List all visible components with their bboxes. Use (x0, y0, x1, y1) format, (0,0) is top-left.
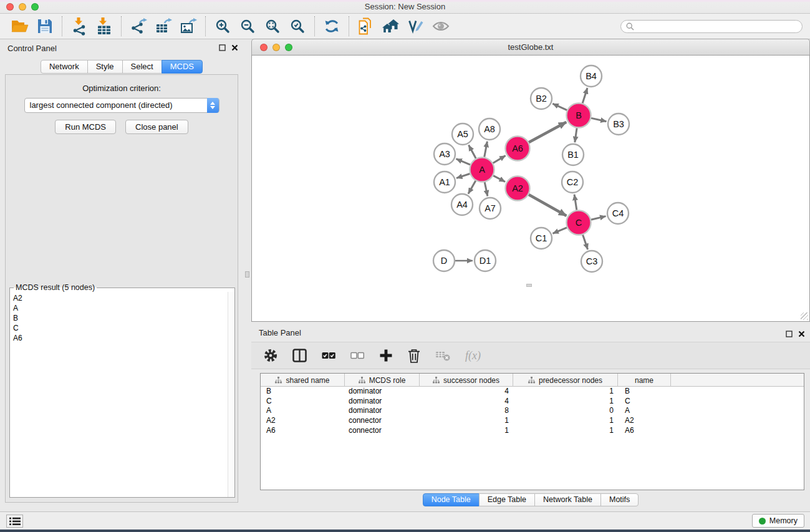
export-network-button[interactable] (126, 16, 151, 37)
graph-edge-C-C4[interactable] (591, 216, 606, 220)
graphics-details-button[interactable] (403, 16, 428, 37)
tab-style[interactable]: Style (87, 60, 123, 74)
table-row[interactable]: A6connector11A6 (261, 426, 804, 436)
tab-mcds[interactable]: MCDS (162, 60, 203, 74)
node-table: shared name MCDS role successor nodes pr… (260, 373, 804, 490)
graph-edge-B-B4[interactable] (582, 88, 587, 103)
splitter-grip[interactable] (245, 271, 249, 278)
criterion-select[interactable]: largest connected component (directed) (24, 98, 219, 113)
open-file-button[interactable] (7, 16, 32, 37)
home-view-button[interactable] (378, 16, 403, 37)
network-zoom-button[interactable] (285, 44, 292, 51)
graph-edge-A-A1[interactable] (456, 173, 470, 178)
close-panel-button[interactable]: Close panel (125, 120, 188, 134)
duplicate-network-icon (358, 17, 374, 35)
tab-network[interactable]: Network (41, 60, 88, 74)
table-cell: connector (345, 416, 420, 426)
result-scrollbar[interactable] (228, 292, 234, 497)
status-bar: Memory (0, 511, 810, 530)
graph-edge-A-A2[interactable] (493, 176, 505, 182)
run-mcds-button[interactable]: Run MCDS (55, 120, 116, 134)
zoom-out-button[interactable] (235, 16, 260, 37)
network-window-titlebar[interactable]: testGlobe.txt (251, 39, 810, 55)
deselect-all-checkboxes-icon[interactable] (350, 352, 364, 359)
network-close-button[interactable] (260, 44, 268, 51)
tab-select[interactable]: Select (122, 60, 162, 74)
export-image-button[interactable] (176, 16, 201, 37)
graph-edge-B-B1[interactable] (575, 128, 577, 142)
column-header-mcds-role[interactable]: MCDS role (345, 374, 420, 387)
function-builder-icon[interactable]: f(x) (465, 349, 481, 362)
tab-node-table[interactable]: Node Table (423, 493, 480, 506)
duplicate-network-button[interactable] (354, 16, 378, 37)
delete-table-icon[interactable] (435, 350, 450, 361)
zoom-in-button[interactable] (210, 16, 235, 37)
tab-network-table[interactable]: Network Table (534, 493, 601, 506)
table-cell: A6 (618, 426, 671, 436)
graph-edge-A-A7[interactable] (485, 182, 488, 196)
graph-edge-A-A4[interactable] (468, 181, 476, 194)
eye-button[interactable] (428, 16, 453, 37)
gear-icon[interactable] (264, 349, 277, 362)
tab-motifs[interactable]: Motifs (600, 493, 639, 506)
mcds-result-item[interactable]: A (13, 303, 234, 313)
zoom-selected-button[interactable] (285, 16, 310, 37)
graph-edge-C-C1[interactable] (552, 228, 567, 233)
open-folder-icon (11, 19, 29, 34)
graph-edge-A-A5[interactable] (469, 145, 476, 158)
float-table-panel-icon[interactable] (786, 331, 793, 337)
mcds-result-item[interactable]: C (13, 323, 234, 333)
delete-column-icon[interactable] (408, 349, 420, 363)
tab-edge-table[interactable]: Edge Table (479, 493, 535, 506)
table-row[interactable]: Cdominator41C (261, 397, 804, 407)
toolbar-separator (62, 16, 62, 36)
table-row[interactable]: Bdominator41B (261, 387, 804, 397)
search-input[interactable] (620, 20, 803, 33)
mcds-result-item[interactable]: A2 (13, 293, 234, 303)
task-history-button[interactable] (6, 515, 23, 528)
table-cell: A2 (618, 416, 671, 426)
table-row[interactable]: Adominator80A (261, 406, 804, 416)
float-panel-icon[interactable] (219, 44, 226, 51)
split-columns-icon[interactable] (292, 349, 307, 362)
graph-edge-A-A6[interactable] (493, 156, 506, 163)
column-header-predecessor-nodes[interactable]: predecessor nodes (513, 374, 618, 387)
vertical-splitter[interactable] (243, 39, 251, 511)
close-table-panel-icon[interactable] (798, 331, 805, 337)
import-network-button[interactable] (67, 16, 92, 37)
table-row[interactable]: A2connector11A2 (261, 416, 804, 426)
network-minimize-button[interactable] (272, 44, 280, 51)
minimize-window-button[interactable] (19, 3, 26, 11)
table-cell: dominator (345, 387, 420, 397)
graph-edge-A6-B[interactable] (529, 122, 566, 143)
export-table-button[interactable] (151, 16, 176, 37)
import-table-button[interactable] (92, 16, 117, 37)
refresh-button[interactable] (319, 16, 344, 37)
column-header-shared-name[interactable]: shared name (261, 374, 345, 387)
zoom-window-button[interactable] (31, 3, 39, 11)
graph-edge-A-A3[interactable] (456, 159, 470, 165)
graph-edge-C-C3[interactable] (583, 235, 588, 249)
eye-icon (432, 19, 450, 33)
graph-edge-B-B2[interactable] (552, 104, 567, 110)
graph-edge-A2-C[interactable] (529, 195, 567, 216)
close-panel-icon[interactable] (231, 44, 238, 51)
zoom-fit-button[interactable] (260, 16, 285, 37)
save-session-button[interactable] (32, 16, 57, 37)
mcds-result-item[interactable]: A6 (13, 333, 234, 343)
window-resize-grip[interactable] (801, 312, 808, 320)
network-canvas[interactable]: B4B2BB3A5A8A6A3B1AC2A1A2A4A7C4CC1C3DD1 (251, 55, 810, 322)
close-window-button[interactable] (6, 3, 14, 11)
memory-button[interactable]: Memory (752, 514, 804, 528)
graph-edge-B-B3[interactable] (591, 118, 606, 121)
select-all-checkboxes-icon[interactable] (322, 352, 335, 359)
mcds-result-list: A2ABCA6 (13, 293, 234, 343)
horizontal-splitter-grip[interactable] (526, 284, 532, 287)
graph-edge-C-C2[interactable] (574, 195, 577, 210)
column-header-successor-nodes[interactable]: successor nodes (420, 374, 513, 387)
table-cell: B (618, 387, 671, 397)
graph-edge-A-A8[interactable] (485, 142, 488, 157)
mcds-result-item[interactable]: B (13, 313, 234, 323)
add-column-icon[interactable] (379, 349, 393, 362)
column-header-name[interactable]: name (618, 374, 671, 387)
